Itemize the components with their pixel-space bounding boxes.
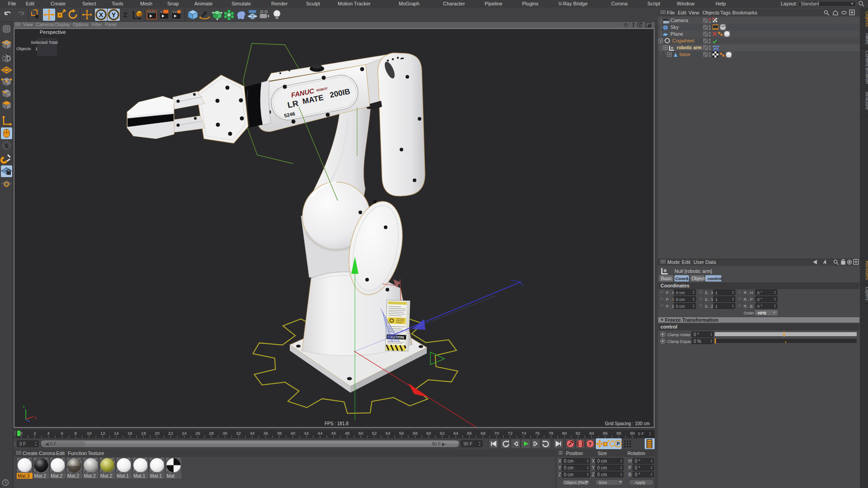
svg-text:20: 20 (155, 431, 160, 436)
svg-text:36: 36 (263, 431, 268, 436)
svg-text:Y: Y (558, 465, 561, 470)
svg-text:14: 14 (114, 431, 119, 436)
svg-text:Sky: Sky (670, 24, 679, 30)
svg-text:Texture: Texture (88, 450, 104, 456)
svg-text:X: X (34, 416, 37, 420)
svg-text:FPS : 181.8: FPS : 181.8 (325, 421, 349, 426)
svg-text:Perspective: Perspective (40, 29, 66, 35)
svg-text:Objects: Objects (865, 11, 868, 27)
svg-text:0 cm: 0 cm (564, 465, 574, 470)
svg-text:Camera: Camera (670, 18, 689, 23)
svg-text:P: P (628, 465, 632, 470)
svg-text:Attributes: Attributes (865, 261, 868, 280)
svg-text:Mat.2: Mat.2 (51, 473, 62, 479)
svg-text:32: 32 (236, 431, 241, 436)
svg-text:Corona: Corona (39, 450, 56, 456)
svg-text:56: 56 (399, 431, 404, 436)
svg-text:0 %: 0 % (693, 339, 701, 344)
svg-text:o: o (664, 268, 666, 273)
svg-text:?: ? (589, 441, 592, 447)
svg-text:Mat: Mat (166, 473, 175, 479)
svg-text:Mat.3: Mat.3 (18, 473, 29, 479)
svg-text:base: base (679, 52, 690, 57)
svg-text:90 F ▶: 90 F ▶ (432, 441, 446, 446)
svg-text:0 cm: 0 cm (676, 304, 685, 309)
svg-text:0 cm: 0 cm (676, 291, 685, 295)
svg-text:88: 88 (617, 431, 622, 436)
svg-text:74: 74 (521, 431, 526, 436)
svg-text:40: 40 (291, 431, 296, 436)
svg-text:R . P: R . P (744, 297, 753, 302)
svg-text:Mat.1: Mat.1 (150, 473, 162, 479)
svg-text:Y: Y (112, 11, 116, 19)
svg-text:Position: Position (566, 450, 583, 456)
svg-text:User Data: User Data (693, 259, 716, 265)
svg-text:Z: Z (592, 472, 594, 477)
svg-text:Selected Total: Selected Total (31, 40, 58, 45)
svg-text:S . Y: S . Y (705, 297, 713, 302)
svg-text:0 °: 0 ° (635, 459, 640, 464)
svg-text:Tags: Tags (720, 10, 731, 15)
svg-text:X: X (558, 459, 561, 464)
svg-text:Layers: Layers (865, 287, 868, 300)
svg-text:Rotation: Rotation (627, 450, 645, 456)
svg-text:Clamp rotate: Clamp rotate (667, 333, 691, 337)
svg-text:0 cm: 0 cm (564, 459, 574, 464)
svg-text:S: S (5, 142, 9, 149)
svg-text:File: File (667, 10, 675, 15)
svg-text:86: 86 (603, 431, 608, 436)
svg-text:0 cm: 0 cm (597, 459, 607, 464)
svg-text:18: 18 (141, 431, 146, 436)
svg-text:Freeze Transformation: Freeze Transformation (665, 317, 718, 323)
svg-text:16: 16 (127, 431, 132, 436)
svg-text:62: 62 (440, 431, 445, 436)
svg-text:0 cm: 0 cm (597, 472, 607, 477)
svg-text:Objects: Objects (16, 46, 31, 51)
svg-text:4: 4 (47, 431, 49, 436)
svg-text:1: 1 (35, 46, 38, 51)
svg-text:HPB: HPB (758, 311, 767, 315)
svg-text:control: control (708, 276, 722, 281)
svg-text:68: 68 (481, 431, 486, 436)
svg-text:0 °: 0 ° (693, 332, 699, 337)
svg-text:Edit: Edit (678, 10, 686, 15)
svg-text:0 °: 0 ° (635, 465, 640, 470)
svg-text:R . H: R . H (744, 291, 753, 295)
svg-text:22: 22 (168, 431, 173, 436)
svg-text:H: H (628, 459, 632, 464)
svg-text:P . Z: P . Z (666, 304, 675, 309)
svg-text:2: 2 (33, 431, 36, 436)
svg-text:24: 24 (182, 431, 187, 436)
svg-text:34: 34 (250, 431, 255, 436)
svg-text:Size: Size (599, 480, 607, 485)
svg-text:26: 26 (195, 431, 200, 436)
svg-text:80: 80 (562, 431, 567, 436)
svg-text:48: 48 (345, 431, 350, 436)
svg-text:Object (Rel): Object (Rel) (564, 480, 587, 485)
svg-text:B: B (628, 472, 632, 477)
svg-text:Mat.2: Mat.2 (100, 473, 112, 479)
svg-text:Coordinates: Coordinates (660, 283, 689, 288)
svg-text:42: 42 (304, 431, 309, 436)
svg-text:0 °: 0 ° (757, 304, 763, 309)
svg-text:0 °: 0 ° (757, 291, 763, 295)
svg-text:Function: Function (68, 450, 87, 456)
svg-text:0 °: 0 ° (635, 472, 640, 477)
svg-text:0 cm: 0 cm (597, 465, 607, 470)
svg-text:Content Browser: Content Browser (865, 51, 868, 84)
svg-text:Y: Y (592, 465, 595, 470)
svg-text:o: o (671, 46, 673, 50)
svg-text:Plane: Plane (670, 31, 683, 37)
svg-text:Mat.2: Mat.2 (34, 473, 46, 479)
svg-text:76: 76 (535, 431, 540, 436)
svg-text:Object: Object (692, 276, 705, 281)
svg-text:50: 50 (359, 431, 363, 436)
svg-text:1: 1 (715, 297, 717, 302)
svg-text:Mat.2: Mat.2 (67, 473, 79, 479)
svg-text:30: 30 (222, 431, 227, 436)
svg-text:1: 1 (715, 291, 717, 295)
svg-text:66: 66 (467, 431, 472, 436)
svg-text:Z: Z (123, 11, 127, 19)
svg-text:90 F: 90 F (463, 441, 472, 446)
svg-text:P . Y: P . Y (666, 297, 675, 302)
